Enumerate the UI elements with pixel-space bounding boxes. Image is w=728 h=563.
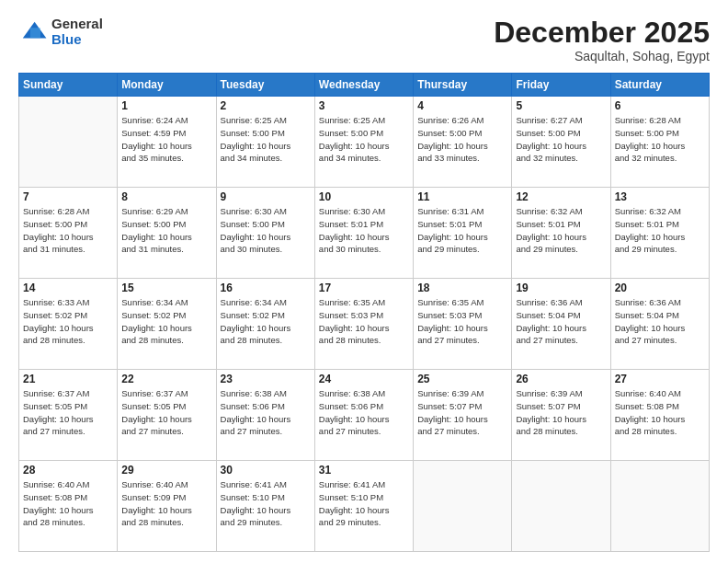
day-number: 19 <box>516 282 606 294</box>
calendar-cell: 22Sunrise: 6:37 AM Sunset: 5:05 PM Dayli… <box>118 370 216 461</box>
calendar-cell: 14Sunrise: 6:33 AM Sunset: 5:02 PM Dayli… <box>19 279 118 370</box>
header: General Blue December 2025 Saqultah, Soh… <box>18 17 710 63</box>
calendar-cell: 18Sunrise: 6:35 AM Sunset: 5:03 PM Dayli… <box>414 279 512 370</box>
day-number: 6 <box>615 99 705 112</box>
day-info: Sunrise: 6:37 AM Sunset: 5:05 PM Dayligh… <box>121 387 211 438</box>
calendar-cell: 8Sunrise: 6:29 AM Sunset: 5:00 PM Daylig… <box>118 188 216 279</box>
location-subtitle: Saqultah, Sohag, Egypt <box>494 49 710 63</box>
calendar-cell: 21Sunrise: 6:37 AM Sunset: 5:05 PM Dayli… <box>19 370 118 461</box>
calendar-header: SundayMondayTuesdayWednesdayThursdayFrid… <box>19 74 710 97</box>
day-info: Sunrise: 6:41 AM Sunset: 5:10 PM Dayligh… <box>319 478 409 529</box>
day-number: 30 <box>221 464 311 477</box>
day-info: Sunrise: 6:31 AM Sunset: 5:01 PM Dayligh… <box>417 205 507 256</box>
day-info: Sunrise: 6:28 AM Sunset: 5:00 PM Dayligh… <box>23 205 113 256</box>
calendar-cell <box>512 461 610 552</box>
weekday-header-friday: Friday <box>512 74 610 97</box>
day-info: Sunrise: 6:40 AM Sunset: 5:08 PM Dayligh… <box>615 387 705 438</box>
day-number: 17 <box>319 282 409 294</box>
day-info: Sunrise: 6:39 AM Sunset: 5:07 PM Dayligh… <box>516 387 606 438</box>
day-number: 4 <box>417 99 507 112</box>
day-info: Sunrise: 6:27 AM Sunset: 5:00 PM Dayligh… <box>516 114 606 165</box>
day-info: Sunrise: 6:25 AM Sunset: 5:00 PM Dayligh… <box>319 114 409 165</box>
day-number: 21 <box>23 373 113 385</box>
day-info: Sunrise: 6:30 AM Sunset: 5:00 PM Dayligh… <box>221 205 311 256</box>
day-number: 7 <box>23 190 113 203</box>
day-number: 3 <box>319 99 409 112</box>
calendar-cell: 11Sunrise: 6:31 AM Sunset: 5:01 PM Dayli… <box>414 188 512 279</box>
day-number: 14 <box>23 282 113 294</box>
day-info: Sunrise: 6:24 AM Sunset: 4:59 PM Dayligh… <box>121 114 211 165</box>
calendar-cell: 28Sunrise: 6:40 AM Sunset: 5:08 PM Dayli… <box>19 461 118 552</box>
day-info: Sunrise: 6:38 AM Sunset: 5:06 PM Dayligh… <box>221 387 311 438</box>
day-info: Sunrise: 6:36 AM Sunset: 5:04 PM Dayligh… <box>615 296 705 347</box>
day-info: Sunrise: 6:32 AM Sunset: 5:01 PM Dayligh… <box>516 205 606 256</box>
calendar-cell <box>414 461 512 552</box>
calendar-cell: 23Sunrise: 6:38 AM Sunset: 5:06 PM Dayli… <box>216 370 314 461</box>
calendar-cell: 10Sunrise: 6:30 AM Sunset: 5:01 PM Dayli… <box>314 188 413 279</box>
logo-general-text: General <box>51 17 103 32</box>
day-number: 13 <box>615 190 705 203</box>
day-number: 24 <box>319 373 409 385</box>
day-info: Sunrise: 6:28 AM Sunset: 5:00 PM Dayligh… <box>615 114 705 165</box>
day-number: 25 <box>417 373 507 385</box>
day-number: 22 <box>121 373 211 385</box>
calendar-cell: 17Sunrise: 6:35 AM Sunset: 5:03 PM Dayli… <box>314 279 413 370</box>
day-info: Sunrise: 6:41 AM Sunset: 5:10 PM Dayligh… <box>221 478 311 529</box>
calendar-cell: 13Sunrise: 6:32 AM Sunset: 5:01 PM Dayli… <box>610 188 709 279</box>
day-number: 23 <box>221 373 311 385</box>
logo-text: General Blue <box>51 17 103 47</box>
calendar-week-row-5: 28Sunrise: 6:40 AM Sunset: 5:08 PM Dayli… <box>19 461 710 552</box>
logo-icon <box>18 17 48 47</box>
calendar-cell: 19Sunrise: 6:36 AM Sunset: 5:04 PM Dayli… <box>512 279 610 370</box>
calendar-cell <box>610 461 709 552</box>
title-block: December 2025 Saqultah, Sohag, Egypt <box>494 17 710 63</box>
calendar-cell: 9Sunrise: 6:30 AM Sunset: 5:00 PM Daylig… <box>216 188 314 279</box>
weekday-header-saturday: Saturday <box>610 74 709 97</box>
day-info: Sunrise: 6:26 AM Sunset: 5:00 PM Dayligh… <box>417 114 507 165</box>
calendar-cell: 25Sunrise: 6:39 AM Sunset: 5:07 PM Dayli… <box>414 370 512 461</box>
calendar-week-row-3: 14Sunrise: 6:33 AM Sunset: 5:02 PM Dayli… <box>19 279 710 370</box>
logo-blue-text: Blue <box>51 32 103 48</box>
calendar-cell: 31Sunrise: 6:41 AM Sunset: 5:10 PM Dayli… <box>314 461 413 552</box>
calendar-cell: 27Sunrise: 6:40 AM Sunset: 5:08 PM Dayli… <box>610 370 709 461</box>
day-number: 11 <box>417 190 507 203</box>
day-info: Sunrise: 6:40 AM Sunset: 5:09 PM Dayligh… <box>121 478 211 529</box>
day-number: 20 <box>615 282 705 294</box>
day-number: 10 <box>319 190 409 203</box>
day-info: Sunrise: 6:36 AM Sunset: 5:04 PM Dayligh… <box>516 296 606 347</box>
day-info: Sunrise: 6:32 AM Sunset: 5:01 PM Dayligh… <box>615 205 705 256</box>
calendar-cell: 24Sunrise: 6:38 AM Sunset: 5:06 PM Dayli… <box>314 370 413 461</box>
calendar-cell: 7Sunrise: 6:28 AM Sunset: 5:00 PM Daylig… <box>19 188 118 279</box>
weekday-header-row: SundayMondayTuesdayWednesdayThursdayFrid… <box>19 74 710 97</box>
day-number: 12 <box>516 190 606 203</box>
calendar-body: 1Sunrise: 6:24 AM Sunset: 4:59 PM Daylig… <box>19 97 710 552</box>
day-number: 29 <box>121 464 211 477</box>
day-info: Sunrise: 6:29 AM Sunset: 5:00 PM Dayligh… <box>121 205 211 256</box>
calendar-cell: 3Sunrise: 6:25 AM Sunset: 5:00 PM Daylig… <box>314 97 413 188</box>
day-number: 15 <box>121 282 211 294</box>
day-info: Sunrise: 6:34 AM Sunset: 5:02 PM Dayligh… <box>221 296 311 347</box>
calendar-cell: 6Sunrise: 6:28 AM Sunset: 5:00 PM Daylig… <box>610 97 709 188</box>
calendar-cell: 12Sunrise: 6:32 AM Sunset: 5:01 PM Dayli… <box>512 188 610 279</box>
svg-marker-1 <box>30 28 40 38</box>
weekday-header-tuesday: Tuesday <box>216 74 314 97</box>
day-info: Sunrise: 6:30 AM Sunset: 5:01 PM Dayligh… <box>319 205 409 256</box>
weekday-header-sunday: Sunday <box>19 74 118 97</box>
day-info: Sunrise: 6:25 AM Sunset: 5:00 PM Dayligh… <box>221 114 311 165</box>
day-info: Sunrise: 6:38 AM Sunset: 5:06 PM Dayligh… <box>319 387 409 438</box>
day-number: 26 <box>516 373 606 385</box>
calendar-table: SundayMondayTuesdayWednesdayThursdayFrid… <box>18 73 710 552</box>
calendar-cell: 16Sunrise: 6:34 AM Sunset: 5:02 PM Dayli… <box>216 279 314 370</box>
day-info: Sunrise: 6:35 AM Sunset: 5:03 PM Dayligh… <box>319 296 409 347</box>
month-title: December 2025 <box>494 17 710 49</box>
page: General Blue December 2025 Saqultah, Soh… <box>0 0 728 563</box>
calendar-cell: 26Sunrise: 6:39 AM Sunset: 5:07 PM Dayli… <box>512 370 610 461</box>
calendar-cell: 30Sunrise: 6:41 AM Sunset: 5:10 PM Dayli… <box>216 461 314 552</box>
calendar-cell: 20Sunrise: 6:36 AM Sunset: 5:04 PM Dayli… <box>610 279 709 370</box>
day-number: 31 <box>319 464 409 477</box>
day-info: Sunrise: 6:34 AM Sunset: 5:02 PM Dayligh… <box>121 296 211 347</box>
calendar-cell: 1Sunrise: 6:24 AM Sunset: 4:59 PM Daylig… <box>118 97 216 188</box>
day-info: Sunrise: 6:37 AM Sunset: 5:05 PM Dayligh… <box>23 387 113 438</box>
weekday-header-wednesday: Wednesday <box>314 74 413 97</box>
calendar-week-row-4: 21Sunrise: 6:37 AM Sunset: 5:05 PM Dayli… <box>19 370 710 461</box>
